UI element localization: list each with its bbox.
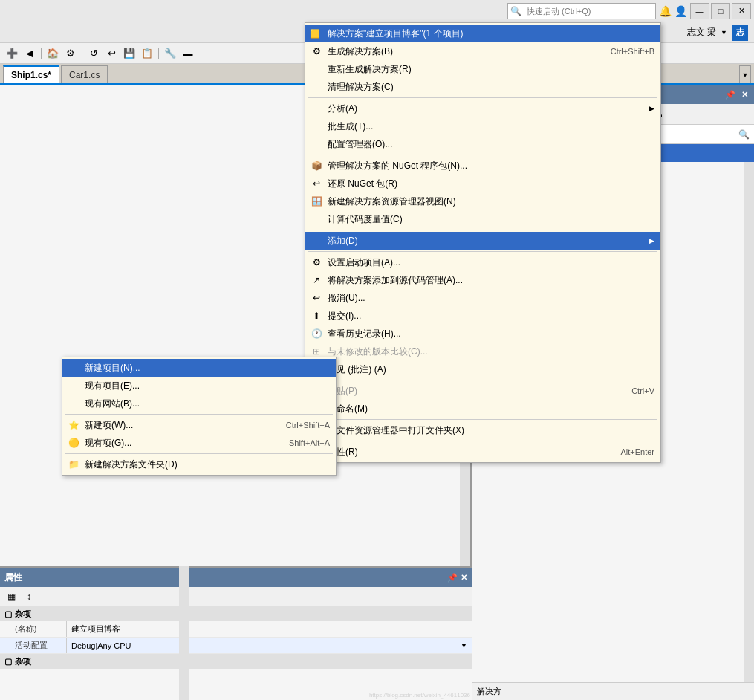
sub-sep-1 xyxy=(65,414,333,415)
restore-nuget-icon: ↩ xyxy=(310,178,323,189)
tab-ship1[interactable]: Ship1.cs* xyxy=(3,65,59,83)
ctx-analyze[interactable]: 分析(A) ▶ xyxy=(305,100,660,117)
context-menu-submenu: 新建项目(N)... 现有项目(E)... 现有网站(B)... ⭐ 新建项(W… xyxy=(62,357,337,476)
prop-section-header-1: ▢ 杂项 xyxy=(0,606,472,621)
se-bottom-label: 解决方 xyxy=(477,686,501,697)
ctx-analyze-arrow: ▶ xyxy=(649,105,654,112)
new-view-icon: 🪟 xyxy=(310,196,323,207)
ctx-restore-nuget[interactable]: ↩ 还原 NuGet 包(R) xyxy=(305,175,660,192)
ctx-sep-7 xyxy=(308,441,657,441)
prop-header-controls: 📌 ✕ xyxy=(447,573,467,583)
account-name[interactable]: 志文 梁 xyxy=(687,26,716,39)
ctx-header-row: 🟨 解决方案"建立项目博客"(1 个项目) xyxy=(305,25,660,42)
ctx-config-label: 配置管理器(O)... xyxy=(328,138,392,151)
ctx-set-startup[interactable]: ⚙ 设置启动项目(A)... xyxy=(305,253,660,271)
sub-new-folder[interactable]: 📁 新建解决方案文件夹(D) xyxy=(62,456,336,473)
ctx-new-view[interactable]: 🪟 新建解决方案资源管理器视图(N) xyxy=(305,192,660,210)
tab-overflow-arrow[interactable]: ▼ xyxy=(739,65,751,83)
ctx-undo[interactable]: ↩ 撤消(U)... xyxy=(305,289,660,307)
account-person-icon[interactable]: 👤 xyxy=(675,5,687,17)
undo-icon: ↩ xyxy=(310,293,323,303)
add-btn[interactable]: ➕ xyxy=(3,45,21,62)
sub-new-project[interactable]: 新建项目(N)... xyxy=(62,359,336,377)
ctx-commit-label: 提交(I)... xyxy=(328,310,361,323)
prop-section-2-plus[interactable]: ▢ xyxy=(4,657,12,667)
sub-existing-item[interactable]: 🟡 现有项(G)... Shift+Alt+A xyxy=(62,434,336,452)
panel-close-btn[interactable]: ✕ xyxy=(740,90,750,100)
minimize-button[interactable]: — xyxy=(690,3,709,19)
ctx-open-folder-label: 在文件资源管理器中打开文件夹(X) xyxy=(328,424,464,437)
ctx-batch[interactable]: 批生成(T)... xyxy=(305,117,660,135)
ctx-commit[interactable]: ⬆ 提交(I)... xyxy=(305,307,660,325)
ctx-history[interactable]: 🕐 查看历史记录(H)... xyxy=(305,325,660,343)
ctx-add-to-source-label: 将解决方案添加到源代码管理(A)... xyxy=(328,274,463,287)
sub-existing-item-icon: 🟡 xyxy=(67,438,80,448)
sub-new-item-icon: ⭐ xyxy=(67,420,80,430)
ctx-config[interactable]: 配置管理器(O)... xyxy=(305,135,660,153)
prop-sort-btn[interactable]: ↕ xyxy=(21,589,37,605)
se-scrollbar[interactable] xyxy=(744,162,754,682)
sub-existing-project-label: 现有项目(E)... xyxy=(85,380,140,392)
ctx-add[interactable]: 添加(D) ▶ xyxy=(305,232,660,250)
ctx-sep-1 xyxy=(308,97,657,98)
ctx-set-startup-label: 设置启动项目(A)... xyxy=(328,256,400,269)
quick-launch-input[interactable] xyxy=(524,7,655,16)
sub-sep-2 xyxy=(65,453,333,454)
account-avatar[interactable]: 志 xyxy=(732,25,748,41)
prop-close-btn[interactable]: ✕ xyxy=(461,573,467,583)
prop-pin-btn[interactable]: 📌 xyxy=(447,573,458,583)
ctx-clean[interactable]: 清理解决方案(C) xyxy=(305,78,660,96)
home-btn[interactable]: 🏠 xyxy=(44,45,62,62)
prop-toolbar: ▦ ↕ xyxy=(0,587,472,606)
ctx-nuget-label: 管理解决方案的 NuGet 程序包(N)... xyxy=(328,160,467,172)
refresh-btn[interactable]: ↺ xyxy=(85,45,103,62)
save-btn[interactable]: 💾 xyxy=(120,45,138,62)
quick-launch-search[interactable]: 🔍 xyxy=(507,3,656,19)
ctx-add-label: 添加(D) xyxy=(328,235,358,247)
prop-section-1-plus[interactable]: ▢ xyxy=(4,609,12,619)
se-bottom-tab: 解决方 xyxy=(472,682,754,700)
prop-section-header-2: ▢ 杂项 xyxy=(0,654,472,669)
ctx-header-text: 解决方案"建立项目博客"(1 个项目) xyxy=(328,27,464,40)
restore-button[interactable]: □ xyxy=(711,3,730,19)
tab-car1[interactable]: Car1.cs xyxy=(61,65,108,83)
wrench-btn[interactable]: 🔧 xyxy=(161,45,179,62)
notification-icon[interactable]: 🔔 xyxy=(659,5,672,17)
prop-value-config[interactable]: Debug|Any CPU ▼ xyxy=(67,641,472,650)
ctx-batch-label: 批生成(T)... xyxy=(328,120,373,133)
prop-config-dropdown[interactable]: ▼ xyxy=(461,642,467,649)
ctx-sep-6 xyxy=(308,419,657,420)
ctx-properties[interactable]: 🔧 属性(R) Alt+Enter xyxy=(305,443,660,461)
sub-existing-website[interactable]: 现有网站(B)... xyxy=(62,395,336,412)
tab-ship1-label: Ship1.cs* xyxy=(11,70,51,80)
ctx-properties-shortcut: Alt+Enter xyxy=(620,447,654,456)
ctx-compare-label: 与未修改的版本比较(C)... xyxy=(328,346,428,358)
undo-btn[interactable]: ↩ xyxy=(103,45,120,62)
nav-back-btn[interactable]: ◀ xyxy=(21,45,39,62)
prop-scrollbar[interactable] xyxy=(179,606,189,700)
top-bar: 🔍 🔔 👤 — □ ✕ xyxy=(0,0,754,22)
prop-panel-header: 属性 📌 ✕ xyxy=(0,568,472,587)
ctx-add-to-source[interactable]: ↗ 将解决方案添加到源代码管理(A)... xyxy=(305,271,660,289)
copy-btn[interactable]: 📋 xyxy=(138,45,156,62)
settings-btn[interactable]: ⚙ xyxy=(62,45,79,62)
panel-pin-btn[interactable]: 📌 xyxy=(724,90,737,100)
prop-grid-btn[interactable]: ▦ xyxy=(3,589,19,605)
minus-btn[interactable]: ▬ xyxy=(179,45,197,62)
ctx-paste-shortcut: Ctrl+V xyxy=(631,386,654,395)
ctx-rename[interactable]: 重命名(M) xyxy=(305,400,660,418)
ctx-nuget[interactable]: 📦 管理解决方案的 NuGet 程序包(N)... xyxy=(305,157,660,175)
ctx-open-folder[interactable]: 📁 在文件资源管理器中打开文件夹(X) xyxy=(305,421,660,439)
sub-existing-project[interactable]: 现有项目(E)... xyxy=(62,377,336,395)
ctx-calc[interactable]: 计算代码度量值(C) xyxy=(305,210,660,228)
ctx-sep-5 xyxy=(308,380,657,380)
ctx-compare: ⊞ 与未修改的版本比较(C)... xyxy=(305,343,660,360)
ctx-build-shortcut: Ctrl+Shift+B xyxy=(611,47,654,56)
ctx-comment[interactable]: 💬 意见 (批注) (A) xyxy=(305,360,660,378)
ctx-paste: 📋 粘贴(P) Ctrl+V xyxy=(305,382,660,400)
ctx-rebuild[interactable]: 重新生成解决方案(R) xyxy=(305,60,660,78)
prop-section-1-label: 杂项 xyxy=(15,609,31,620)
sub-new-item[interactable]: ⭐ 新建项(W)... Ctrl+Shift+A xyxy=(62,416,336,434)
close-button[interactable]: ✕ xyxy=(732,3,751,19)
ctx-build[interactable]: ⚙ 生成解决方案(B) Ctrl+Shift+B xyxy=(305,42,660,60)
